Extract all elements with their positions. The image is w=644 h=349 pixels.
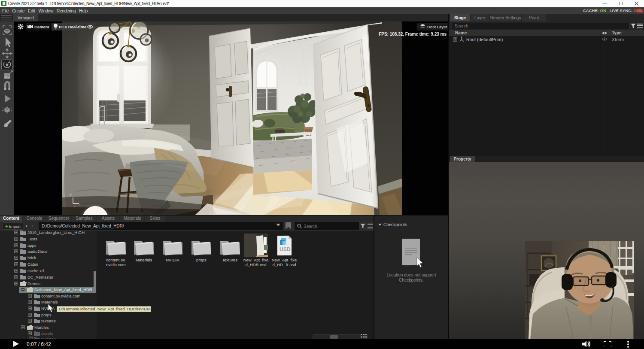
svg-text:USD: USD bbox=[279, 246, 291, 252]
svg-text:Z: Z bbox=[74, 204, 76, 207]
svg-text:X: X bbox=[79, 203, 81, 206]
svg-text:Y: Y bbox=[70, 193, 72, 197]
